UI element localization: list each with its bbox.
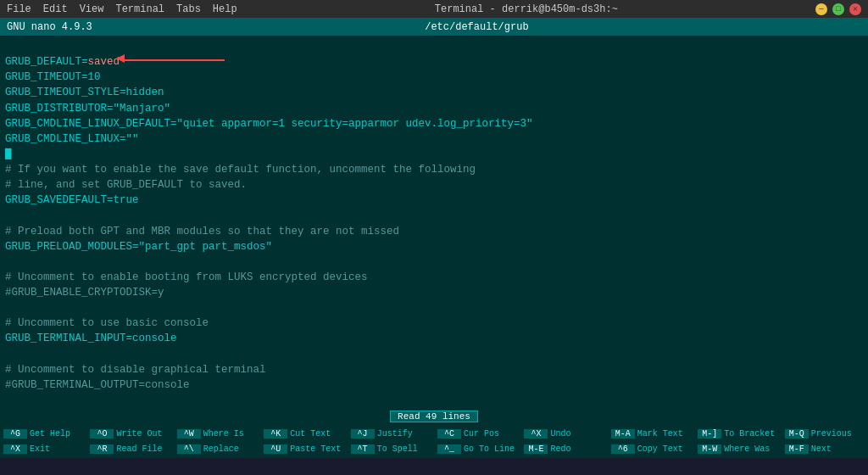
shortcut-key: ^J [351,429,375,439]
shortcut-key: M-F [785,444,809,454]
shortcut-item: M-FNext [782,444,868,454]
window-controls: ─ □ ✕ [815,3,861,15]
shortcut-key: ^U [264,444,287,454]
shortcut-label: Cur Pos [464,429,499,439]
shortcut-item: ^\Replace [174,444,260,454]
shortcut-key: ^T [351,444,375,454]
shortcut-item: ^JJustify [348,429,434,439]
nano-header: GNU nano 4.9.3 /etc/default/grub [0,19,868,36]
shortcut-label: To Spell [377,444,418,454]
title-bar: File Edit View Terminal Tabs Help Termin… [0,0,868,19]
shortcut-item: ^TTo Spell [348,444,434,454]
minimize-button[interactable]: ─ [815,3,827,15]
shortcut-key: ^_ [437,444,461,454]
shortcut-label: Get Help [30,429,70,439]
shortcut-label: Exit [30,444,50,454]
shortcut-key: M-W [698,444,721,454]
shortcut-label: Go To Line [464,444,515,454]
shortcut-item: M-]To Bracket [694,429,781,439]
menu-bar-items: File Edit View Terminal Tabs Help [7,3,237,15]
shortcut-label: Cut Text [290,429,331,439]
menu-view[interactable]: View [80,3,104,15]
shortcut-key: ^X [3,444,27,454]
menu-terminal[interactable]: Terminal [115,3,164,15]
shortcut-key: ^O [90,429,114,439]
shortcut-label: Mark Text [637,429,683,439]
shortcut-label: To Bracket [724,429,775,439]
shortcut-key: ^R [90,444,114,454]
shortcut-label: Paste Text [290,444,341,454]
shortcut-key: ^6 [611,444,635,454]
shortcut-item: ^6Copy Text [608,444,694,454]
shortcut-key: ^K [264,429,287,439]
shortcut-label: Write Out [116,429,162,439]
window-title: Terminal - derrik@b450m-ds3h:~ [237,3,815,15]
shortcut-label: Where Is [203,429,244,439]
shortcut-key: M-] [698,429,721,439]
shortcut-label: Redo [550,444,570,454]
nano-version: GNU nano 4.9.3 [7,21,92,33]
shortcut-key: ^\ [177,444,201,454]
shortcut-row-2: ^XExit^RRead File^\Replace^UPaste Text^T… [0,441,868,456]
shortcut-key: ^W [177,429,201,439]
shortcut-bar: ^GGet Help^OWrite Out^WWhere Is^KCut Tex… [0,424,868,458]
shortcut-label: Justify [377,429,413,439]
shortcut-item: M-WWhere Was [694,444,781,454]
menu-help[interactable]: Help [213,3,237,15]
shortcut-label: Undo [550,429,570,439]
shortcut-item: M-QPrevious [782,429,868,439]
editor-area[interactable]: GRUB_DEFAULT=saved GRUB_TIMEOUT=10 GRUB_… [0,36,868,409]
shortcut-item: ^OWrite Out [86,429,173,439]
nano-filepath: /etc/default/grub [425,21,528,33]
shortcut-label: Previous [811,429,852,439]
shortcut-label: Replace [203,444,239,454]
shortcut-item: ^KCut Text [260,429,347,439]
shortcut-item: ^XExit [0,444,86,454]
shortcut-item: M-ERedo [520,444,607,454]
shortcut-label: Where Was [724,444,770,454]
shortcut-item: ^CCur Pos [434,429,520,439]
shortcut-key: M-A [611,429,635,439]
maximize-button[interactable]: □ [832,3,844,15]
shortcut-key: M-Q [785,429,809,439]
menu-edit[interactable]: Edit [43,3,68,15]
shortcut-item: ^RRead File [86,444,173,454]
shortcut-label: Read File [116,444,162,454]
editor-content: GRUB_DEFAULT=saved GRUB_TIMEOUT=10 GRUB_… [5,56,533,409]
shortcut-item: ^GGet Help [0,429,86,439]
shortcut-item: M-AMark Text [608,429,694,439]
shortcut-item: ^UPaste Text [260,444,347,454]
shortcut-label: Copy Text [637,444,683,454]
shortcut-key: ^C [437,429,461,439]
shortcut-label: Next [811,444,832,454]
shortcut-key: M-E [524,444,548,454]
shortcut-row-1: ^GGet Help^OWrite Out^WWhere Is^KCut Tex… [0,426,868,441]
shortcut-item: ^WWhere Is [174,429,260,439]
shortcut-key: ^X [524,429,548,439]
close-button[interactable]: ✕ [849,3,861,15]
status-badge: Read 49 lines [390,411,478,422]
shortcut-item: ^_Go To Line [434,444,520,454]
shortcut-key: ^G [3,429,27,439]
menu-file[interactable]: File [7,3,31,15]
status-bar: Read 49 lines [0,409,868,424]
shortcut-item: ^XUndo [520,429,607,439]
menu-tabs[interactable]: Tabs [176,3,201,15]
